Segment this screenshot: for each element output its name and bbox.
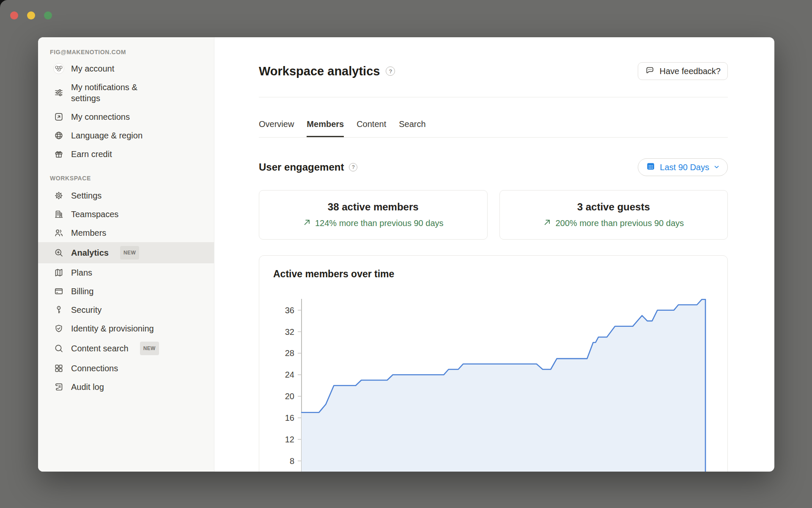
arrow-up-right-icon xyxy=(543,218,551,229)
sidebar-item-label: Identity & provisioning xyxy=(71,323,154,334)
stat-value: 3 active guests xyxy=(577,201,650,213)
arrow-up-right-square-icon xyxy=(53,111,64,122)
calendar-icon xyxy=(646,161,656,173)
stat-delta: 124% more than previous 90 days xyxy=(303,218,444,229)
date-range-button[interactable]: Last 90 Days xyxy=(638,158,728,176)
map-icon xyxy=(53,267,64,278)
sidebar-item-plans[interactable]: Plans xyxy=(38,263,214,282)
sidebar-item-label: Plans xyxy=(71,267,92,278)
sidebar-item-earn-credit[interactable]: Earn credit xyxy=(38,145,214,163)
feedback-button-label: Have feedback? xyxy=(659,66,721,76)
sidebar-item-label: Analytics xyxy=(71,247,109,258)
sidebar-item-label: Language & region xyxy=(71,130,143,141)
sidebar-item-identity-provisioning[interactable]: Identity & provisioning xyxy=(38,319,214,338)
minimize-button[interactable] xyxy=(27,11,35,19)
user-engagement-row: User engagement ? xyxy=(259,158,728,176)
tab-members[interactable]: Members xyxy=(307,119,344,137)
building-icon xyxy=(53,209,64,220)
avatar xyxy=(53,63,64,74)
svg-text:32: 32 xyxy=(285,327,294,337)
gear-icon xyxy=(53,190,64,201)
sidebar-item-audit-log[interactable]: Audit log xyxy=(38,378,214,396)
svg-text:36: 36 xyxy=(285,306,294,315)
title-row: Workspace analytics ? Have feedback? xyxy=(259,61,728,81)
desktop-background: FIG@MAKENOTION.COM My account xyxy=(0,0,812,508)
tab-search[interactable]: Search xyxy=(399,119,425,137)
speech-bubble-icon xyxy=(645,65,655,77)
globe-icon xyxy=(53,130,64,141)
stat-cards: 38 active members 124% more than previou… xyxy=(259,190,728,240)
shield-check-icon xyxy=(53,323,64,334)
credit-card-icon xyxy=(53,286,64,297)
chevron-down-icon xyxy=(713,163,720,172)
settings-sidebar: FIG@MAKENOTION.COM My account xyxy=(38,37,214,472)
stat-delta-text: 124% more than previous 90 days xyxy=(315,218,444,228)
scroll-icon xyxy=(53,381,64,392)
sidebar-item-label: My account xyxy=(71,63,114,74)
grid-icon xyxy=(53,363,64,374)
svg-text:16: 16 xyxy=(285,413,294,422)
sidebar-item-billing[interactable]: Billing xyxy=(38,282,214,301)
help-icon[interactable]: ? xyxy=(349,163,357,171)
settings-content: Workspace analytics ? Have feedback? xyxy=(214,37,774,472)
sidebar-item-members[interactable]: Members xyxy=(38,224,214,242)
gift-icon xyxy=(53,149,64,160)
sidebar-item-my-connections[interactable]: My connections xyxy=(38,108,214,126)
sidebar-item-label: My connections xyxy=(71,111,130,122)
window-controls xyxy=(10,11,52,19)
svg-text:12: 12 xyxy=(285,435,294,444)
svg-text:24: 24 xyxy=(285,370,294,379)
new-badge: NEW xyxy=(140,342,159,355)
header-divider xyxy=(259,97,728,97)
svg-text:28: 28 xyxy=(285,348,294,358)
tab-content[interactable]: Content xyxy=(357,119,386,137)
sidebar-item-security[interactable]: Security xyxy=(38,301,214,319)
svg-text:8: 8 xyxy=(290,456,294,466)
active-members-chart: 363228242016128 xyxy=(259,293,727,472)
active-guests-card: 3 active guests 200% more than previous … xyxy=(499,190,728,240)
search-icon xyxy=(53,343,64,354)
workspace-section-heading: WORKSPACE xyxy=(38,174,214,182)
sidebar-item-label: Billing xyxy=(71,286,93,297)
sidebar-item-analytics[interactable]: Analytics NEW xyxy=(38,242,214,263)
active-members-card: 38 active members 124% more than previou… xyxy=(259,190,488,240)
sidebar-item-teamspaces[interactable]: Teamspaces xyxy=(38,205,214,224)
svg-text:20: 20 xyxy=(285,392,294,401)
tab-overview[interactable]: Overview xyxy=(259,119,294,137)
analytics-tabs: Overview Members Content Search xyxy=(259,119,728,138)
feedback-button[interactable]: Have feedback? xyxy=(638,62,728,80)
stat-delta: 200% more than previous 90 days xyxy=(543,218,684,229)
sidebar-item-language-region[interactable]: Language & region xyxy=(38,126,214,145)
sidebar-item-label: Teamspaces xyxy=(71,209,118,220)
section-title: User engagement xyxy=(259,161,344,173)
account-email: FIG@MAKENOTION.COM xyxy=(38,48,214,56)
close-button[interactable] xyxy=(10,11,18,19)
page-title: Workspace analytics xyxy=(259,64,380,78)
sliders-icon xyxy=(53,87,64,98)
sidebar-item-my-account[interactable]: My account xyxy=(38,59,214,78)
sidebar-item-label: Security xyxy=(71,304,102,315)
sidebar-item-label: Connections xyxy=(71,363,118,374)
sidebar-item-label: Earn credit xyxy=(71,149,112,160)
stat-value: 38 active members xyxy=(328,201,419,213)
sidebar-item-label: Content search xyxy=(71,343,129,354)
help-icon[interactable]: ? xyxy=(386,66,395,76)
chart-title: Active members over time xyxy=(273,268,727,280)
sidebar-item-label: Members xyxy=(71,227,106,238)
settings-modal: FIG@MAKENOTION.COM My account xyxy=(38,37,774,472)
sidebar-item-content-search[interactable]: Content search NEW xyxy=(38,338,214,359)
people-icon xyxy=(53,227,64,238)
stat-delta-text: 200% more than previous 90 days xyxy=(555,218,684,228)
active-members-chart-card: Active members over time 363228242016128 xyxy=(259,255,728,472)
key-icon xyxy=(53,304,64,315)
new-badge: NEW xyxy=(120,246,139,260)
sidebar-item-label: My notifications & settings xyxy=(71,82,161,104)
sidebar-item-notifications-settings[interactable]: My notifications & settings xyxy=(38,78,214,108)
sidebar-item-label: Settings xyxy=(71,190,102,201)
arrow-up-right-icon xyxy=(303,218,311,229)
sidebar-item-connections[interactable]: Connections xyxy=(38,359,214,378)
sidebar-item-settings[interactable]: Settings xyxy=(38,186,214,205)
magnifier-sparkle-icon xyxy=(53,247,64,258)
zoom-button[interactable] xyxy=(44,11,52,19)
date-range-label: Last 90 Days xyxy=(660,163,709,172)
